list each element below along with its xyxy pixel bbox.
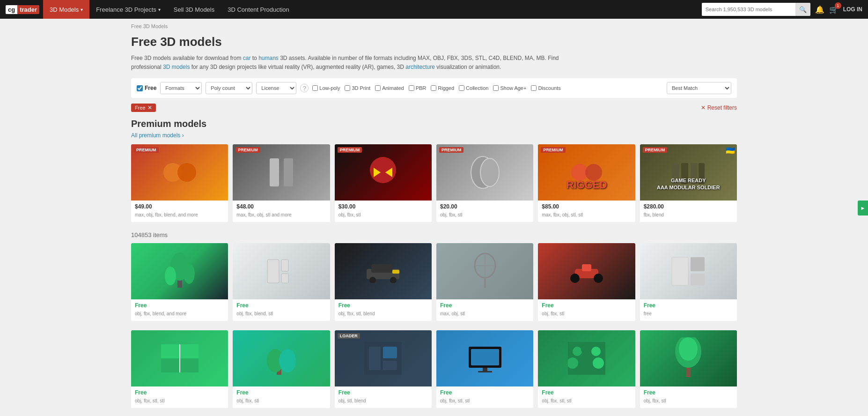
items-count: 104853 items	[131, 231, 737, 238]
login-button[interactable]: LOG IN	[843, 6, 862, 13]
card-thumbnail-5	[538, 144, 635, 201]
card-info-6: $280.00 fbx, blend	[640, 201, 737, 222]
nav-item-sell[interactable]: Sell 3D Models	[167, 0, 221, 19]
premium-card-4[interactable]: PREMIUM $20.00 obj, fbx, stl	[436, 144, 533, 222]
premium-card-5[interactable]: PREMIUM RIGGED $85.00 max, fbx, obj, stl…	[538, 144, 635, 222]
free-card-8[interactable]: Free obj, fbx, stl	[233, 330, 330, 408]
free-card-1[interactable]: Free obj, fbx, blend, and more	[131, 243, 228, 321]
free-card-6[interactable]: Free free	[640, 243, 737, 321]
premium-badge: PREMIUM	[439, 147, 464, 153]
poly-count-select[interactable]: Poly count	[206, 82, 252, 94]
free-card-2[interactable]: Free obj, fbx, blend, stl	[233, 243, 330, 321]
svg-point-54	[581, 343, 592, 355]
game-ready-label: GAME READYAAA MODULAR SOLDIER	[640, 177, 737, 192]
card-info-2: $48.00 max, fbx, obj, stl and more	[233, 201, 330, 222]
3dprint-check[interactable]: 3D Print	[345, 85, 370, 91]
free-checkbox-label[interactable]: Free	[137, 85, 156, 91]
premium-card-6[interactable]: PREMIUM 🇺🇦 GAME READYAAA MODULAR SOLDIER…	[640, 144, 737, 222]
svg-rect-34	[582, 264, 591, 271]
search-input[interactable]	[702, 3, 795, 16]
svg-rect-50	[483, 368, 487, 371]
free-card-5[interactable]: Free obj, fbx, stl	[538, 243, 635, 321]
svg-rect-26	[392, 270, 399, 274]
premium-section-title: Premium models	[131, 119, 737, 129]
svg-rect-47	[383, 361, 397, 370]
sort-select[interactable]: Best Match Newest Price: Low to High Pri…	[667, 82, 731, 94]
svg-rect-37	[691, 274, 705, 285]
card-image-3: PREMIUM	[335, 144, 432, 201]
header: cgtrader 3D Models ▾ Freelance 3D Projec…	[0, 0, 868, 19]
link-3d-models[interactable]: 3D models	[163, 64, 190, 70]
collection-check[interactable]: Collection	[459, 85, 488, 91]
lowpoly-check[interactable]: Low-poly	[312, 85, 340, 91]
premium-section: Premium models All premium models › PREM…	[131, 119, 737, 222]
svg-point-55	[591, 347, 601, 356]
free-card-11[interactable]: Free obj, fbx, stl, stl	[538, 330, 635, 408]
svg-point-43	[279, 349, 296, 372]
sidebar-tab[interactable]: ►	[858, 201, 868, 215]
nav-item-content-production[interactable]: 3D Content Production	[221, 0, 296, 19]
main-nav: 3D Models ▾	[43, 0, 89, 19]
logo[interactable]: cgtrader	[6, 5, 39, 14]
main-content: Free 3D models Free 3D models available …	[0, 35, 868, 416]
free-checkbox[interactable]	[137, 85, 143, 91]
notification-icon[interactable]: 🔔	[815, 5, 824, 14]
card-price-1: $49.00	[135, 203, 224, 210]
nav-item-3d-models[interactable]: 3D Models ▾	[43, 0, 89, 19]
help-icon[interactable]: ?	[300, 84, 309, 92]
link-architecture[interactable]: architecture	[405, 64, 435, 70]
free-card-9[interactable]: LOADER Free obj, stl, blend	[335, 330, 432, 408]
pbr-check[interactable]: PBR	[409, 85, 427, 91]
premium-badge: PREMIUM	[541, 147, 566, 153]
card-price-f12: Free	[644, 389, 733, 396]
card-price-f6: Free	[644, 302, 733, 309]
rigged-check[interactable]: Rigged	[431, 85, 454, 91]
search-button[interactable]: 🔍	[795, 3, 810, 16]
card-formats-6: fbx, blend	[644, 212, 733, 218]
license-select[interactable]: License	[256, 82, 296, 94]
svg-rect-19	[267, 260, 279, 283]
free-card-12[interactable]: Free obj, fbx, stl	[640, 330, 737, 408]
free-card-7[interactable]: Free obj, fbx, stl, stl	[131, 330, 228, 408]
link-humans[interactable]: humans	[258, 55, 279, 61]
free-card-3[interactable]: Free obj, fbx, stl, blend	[335, 243, 432, 321]
card-formats-4: obj, fbx, stl	[440, 212, 530, 218]
card-image-f9: LOADER	[335, 330, 432, 386]
show-age-check[interactable]: Show Age+	[493, 85, 526, 91]
svg-rect-35	[672, 257, 688, 285]
premium-card-2[interactable]: PREMIUM $48.00 max, fbx, obj, stl and mo…	[233, 144, 330, 222]
card-price-f3: Free	[338, 302, 428, 309]
card-image-f3	[335, 243, 432, 299]
link-car[interactable]: car	[243, 55, 251, 61]
all-premium-link[interactable]: All premium models ›	[131, 132, 184, 139]
nav-item-freelance[interactable]: Freelance 3D Projects ▾	[89, 0, 167, 19]
card-price-5: $85.00	[542, 203, 631, 210]
premium-card-1[interactable]: PREMIUM $49.00 max, obj, fbx, blend, and…	[131, 144, 228, 222]
reset-filters-link[interactable]: ✕ Reset filters	[701, 104, 737, 111]
svg-rect-36	[691, 257, 705, 271]
card-price-f1: Free	[135, 302, 224, 309]
premium-card-3[interactable]: PREMIUM $30.00 obj, fbx, stl	[335, 144, 432, 222]
svg-point-17	[165, 267, 176, 285]
card-thumbnail-2	[233, 144, 330, 201]
card-image-f5	[538, 243, 635, 299]
header-right: 🔍 🔔 🛒 1 LOG IN	[702, 3, 862, 16]
formats-select[interactable]: Formats	[160, 82, 202, 94]
card-formats-f5: obj, fbx, stl	[542, 311, 631, 317]
card-price-f7: Free	[135, 389, 224, 396]
discounts-check[interactable]: Discounts	[531, 85, 560, 91]
card-formats-5: max, fbx, obj, stl, stl	[542, 212, 631, 218]
animated-check[interactable]: Animated	[375, 85, 404, 91]
card-formats-f4: max, obj, stl	[440, 311, 530, 317]
card-formats-f7: obj, fbx, stl, stl	[135, 398, 224, 404]
card-image-1: PREMIUM	[131, 144, 228, 201]
cart-wrapper: 🛒 1	[829, 5, 839, 14]
free-card-10[interactable]: Free obj, fbx, stl, stl	[436, 330, 533, 408]
free-card-4[interactable]: Free max, obj, stl	[436, 243, 533, 321]
card-formats-f12: obj, fbx, stl	[644, 398, 733, 404]
card-formats-2: max, fbx, obj, stl and more	[236, 212, 326, 218]
card-image-2: PREMIUM	[233, 144, 330, 201]
svg-point-8	[480, 158, 499, 186]
free-filter-tag[interactable]: Free ✕	[131, 104, 156, 112]
cart-badge: 1	[835, 2, 841, 9]
